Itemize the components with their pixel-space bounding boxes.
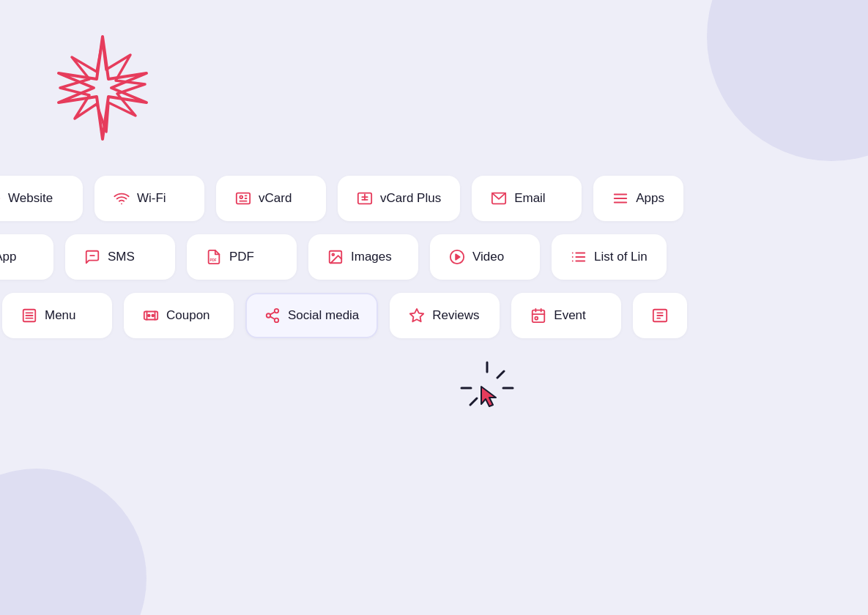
- svg-rect-29: [144, 312, 157, 320]
- card-vcard-label: vCard: [259, 191, 292, 206]
- card-website[interactable]: Website: [0, 176, 83, 221]
- card-list-label: List of Lin: [594, 250, 648, 264]
- card-pdf[interactable]: PDF PDF: [187, 234, 297, 280]
- svg-line-50: [470, 398, 477, 405]
- card-coupon[interactable]: Coupon: [124, 293, 234, 338]
- svg-line-36: [270, 312, 275, 315]
- card-event-label: Event: [554, 308, 585, 323]
- card-wifi-label: Wi-Fi: [137, 191, 166, 206]
- card-video[interactable]: Video: [430, 234, 540, 280]
- svg-marker-37: [410, 309, 423, 321]
- svg-point-31: [152, 315, 154, 317]
- svg-marker-18: [456, 254, 460, 259]
- svg-rect-38: [533, 310, 545, 323]
- card-vcard-plus-label: vCard Plus: [380, 191, 441, 206]
- card-social-media-label: Social media: [288, 308, 359, 323]
- email-icon: [491, 190, 507, 206]
- video-icon: [449, 249, 465, 265]
- svg-text:PDF: PDF: [210, 258, 217, 262]
- vcard-icon: [235, 190, 251, 206]
- card-website-label: Website: [8, 191, 53, 206]
- bg-circle-bottom-left: [0, 469, 146, 615]
- card-video-label: Video: [472, 250, 504, 264]
- row-1: Website Wi-Fi v: [0, 176, 868, 221]
- images-icon: [327, 249, 344, 265]
- svg-line-35: [270, 316, 275, 319]
- card-images[interactable]: Images: [308, 234, 418, 280]
- more-icon: [652, 308, 668, 324]
- wifi-icon: [114, 190, 130, 206]
- card-whatsapp-label: tsApp: [0, 250, 16, 264]
- card-reviews[interactable]: Reviews: [390, 293, 500, 338]
- cursor-animation: [458, 359, 516, 420]
- vcard-plus-icon: [357, 190, 373, 206]
- card-apps-label: Apps: [636, 191, 664, 206]
- card-vcard-plus[interactable]: vCard Plus: [338, 176, 460, 221]
- card-sms-label: SMS: [108, 250, 135, 264]
- card-coupon-label: Coupon: [166, 308, 210, 323]
- svg-point-4: [240, 195, 242, 198]
- star-icon: [409, 308, 425, 324]
- card-reviews-label: Reviews: [432, 308, 479, 323]
- card-sms[interactable]: SMS: [65, 234, 175, 280]
- cards-container: Website Wi-Fi v: [0, 176, 868, 338]
- svg-point-30: [148, 315, 150, 317]
- card-list-of-links[interactable]: List of Lin: [552, 234, 667, 280]
- card-email[interactable]: Email: [472, 176, 582, 221]
- apps-icon: [612, 190, 628, 206]
- card-apps[interactable]: Apps: [593, 176, 683, 221]
- event-icon: [530, 308, 546, 324]
- card-event[interactable]: Event: [511, 293, 621, 338]
- row-3: Menu Coupon: [0, 293, 868, 338]
- card-images-label: Images: [351, 250, 392, 264]
- bg-circle-top-right: [707, 0, 868, 161]
- svg-point-16: [332, 253, 334, 256]
- menu-icon: [21, 308, 37, 324]
- pdf-icon: PDF: [206, 249, 222, 265]
- card-vcard[interactable]: vCard: [216, 176, 326, 221]
- svg-marker-52: [481, 387, 496, 406]
- card-whatsapp[interactable]: tsApp: [0, 234, 53, 280]
- globe-icon: [0, 190, 1, 206]
- svg-line-49: [497, 371, 504, 378]
- card-more[interactable]: [633, 293, 687, 338]
- coupon-icon: [143, 308, 159, 324]
- list-icon: [571, 249, 587, 265]
- share-icon: [264, 308, 281, 324]
- sms-icon: [84, 249, 100, 265]
- card-menu-label: Menu: [45, 308, 76, 323]
- card-social-media[interactable]: Social media: [245, 293, 378, 338]
- row-2: tsApp SMS PDF PDF: [0, 234, 868, 280]
- card-menu[interactable]: Menu: [2, 293, 112, 338]
- svg-rect-3: [237, 193, 250, 204]
- card-wifi[interactable]: Wi-Fi: [94, 176, 204, 221]
- card-email-label: Email: [514, 191, 546, 206]
- card-pdf-label: PDF: [229, 250, 254, 264]
- svg-rect-42: [535, 317, 538, 320]
- star-decoration: [44, 29, 161, 146]
